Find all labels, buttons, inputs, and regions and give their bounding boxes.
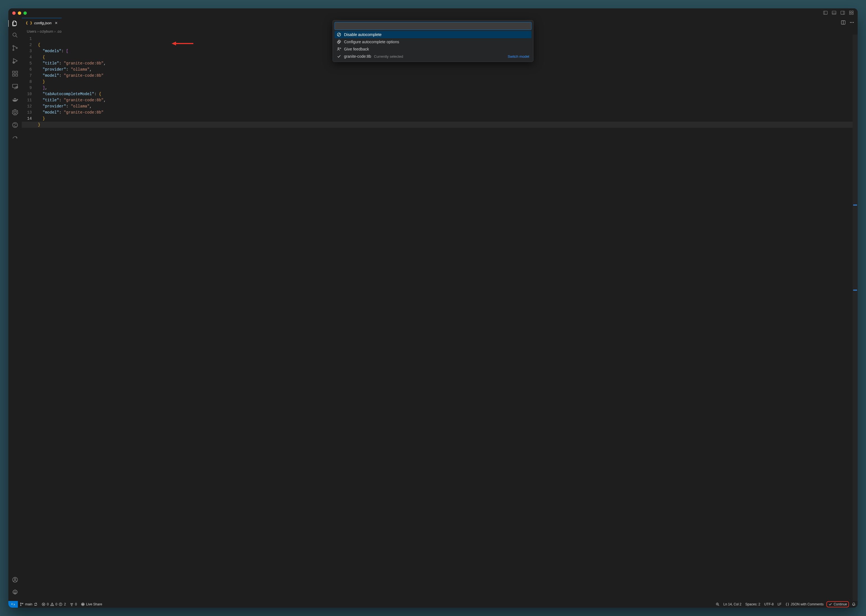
svg-point-41 bbox=[853, 22, 854, 23]
encoding-status[interactable]: UTF-8 bbox=[762, 601, 776, 608]
svg-point-59 bbox=[71, 603, 72, 604]
svg-rect-18 bbox=[16, 74, 17, 76]
switch-model-link[interactable]: Switch model bbox=[508, 54, 529, 58]
svg-point-13 bbox=[13, 49, 14, 50]
svg-point-55 bbox=[52, 605, 52, 605]
json-file-icon: { } bbox=[26, 21, 32, 25]
line-number-gutter: 123 456 789 101112 1314 bbox=[22, 35, 36, 601]
settings-gear-icon[interactable] bbox=[12, 589, 19, 597]
customize-layout-icon[interactable] bbox=[849, 10, 854, 16]
quick-input-field[interactable] bbox=[335, 22, 531, 30]
svg-line-31 bbox=[12, 113, 14, 113]
breadcrumb-seg: .co bbox=[57, 29, 61, 33]
problems-status[interactable]: 0 0 2 bbox=[39, 601, 68, 608]
annotation-arrow bbox=[171, 41, 194, 47]
toggle-primary-sidebar-icon[interactable] bbox=[823, 10, 828, 16]
extensions-icon[interactable] bbox=[12, 70, 19, 78]
gear-icon bbox=[337, 39, 341, 44]
svg-line-30 bbox=[14, 113, 15, 115]
traffic-lights bbox=[12, 11, 27, 15]
code-content[interactable]: { "models": [ { "title": "granite-code:8… bbox=[36, 35, 858, 601]
breadcrumb-seg: cclyburn bbox=[39, 29, 53, 33]
activity-bar bbox=[8, 18, 22, 601]
window-frame: { } config.json ✕ Users › cclyburn › .co… bbox=[8, 8, 858, 608]
live-share-icon bbox=[81, 602, 85, 606]
svg-point-49 bbox=[20, 605, 21, 606]
breadcrumb-seg: Users bbox=[27, 29, 36, 33]
bell-icon bbox=[852, 602, 856, 606]
close-tab-icon[interactable]: ✕ bbox=[55, 21, 58, 25]
svg-point-14 bbox=[16, 47, 17, 49]
split-editor-icon[interactable] bbox=[841, 20, 846, 26]
search-icon[interactable] bbox=[12, 32, 19, 39]
svg-rect-4 bbox=[841, 11, 845, 14]
svg-line-62 bbox=[718, 605, 719, 606]
svg-marker-47 bbox=[171, 42, 176, 46]
svg-rect-0 bbox=[824, 11, 828, 14]
language-mode-status[interactable]: JSON with Comments bbox=[783, 601, 825, 608]
more-actions-icon[interactable] bbox=[850, 20, 854, 26]
braces-icon bbox=[785, 602, 789, 606]
qi-item-disable-autocomplete[interactable]: Disable autocomplete bbox=[335, 31, 531, 38]
svg-point-40 bbox=[852, 22, 852, 23]
svg-point-36 bbox=[14, 592, 16, 593]
svg-point-45 bbox=[338, 48, 339, 49]
svg-point-48 bbox=[20, 603, 21, 604]
svg-line-11 bbox=[16, 36, 17, 38]
toggle-secondary-sidebar-icon[interactable] bbox=[840, 10, 845, 16]
run-debug-icon[interactable] bbox=[12, 58, 19, 65]
svg-point-35 bbox=[14, 578, 16, 580]
accounts-icon[interactable] bbox=[12, 577, 19, 584]
remote-explorer-icon[interactable] bbox=[12, 83, 19, 91]
titlebar-layout-controls bbox=[823, 10, 854, 16]
svg-point-12 bbox=[13, 46, 14, 47]
notifications-status[interactable] bbox=[850, 601, 858, 608]
cursor-position-status[interactable]: Ln 14, Col 2 bbox=[721, 601, 743, 608]
disable-icon bbox=[337, 32, 341, 37]
svg-point-39 bbox=[850, 22, 851, 23]
svg-rect-8 bbox=[850, 13, 851, 14]
svg-rect-19 bbox=[16, 71, 17, 73]
info-icon bbox=[58, 602, 63, 606]
svg-point-33 bbox=[13, 123, 17, 127]
git-branch-status[interactable]: main bbox=[18, 601, 39, 608]
svg-rect-17 bbox=[13, 74, 14, 76]
qi-item-give-feedback[interactable]: Give feedback bbox=[335, 46, 531, 53]
svg-line-27 bbox=[16, 111, 18, 112]
svg-rect-16 bbox=[13, 71, 14, 73]
continue-status[interactable]: Continue bbox=[827, 601, 849, 607]
ports-status[interactable]: 0 bbox=[68, 601, 79, 608]
qi-item-current-model[interactable]: granite-code:8b Currently selected Switc… bbox=[335, 53, 531, 60]
feedback-icon bbox=[337, 47, 341, 51]
zoom-status[interactable] bbox=[714, 601, 721, 608]
minimap[interactable] bbox=[853, 35, 858, 601]
minimize-window-button[interactable] bbox=[18, 11, 21, 15]
radio-tower-icon bbox=[70, 602, 74, 606]
code-editor[interactable]: 123 456 789 101112 1314 { "models": [ { … bbox=[22, 35, 858, 601]
svg-point-25 bbox=[14, 111, 16, 113]
source-control-icon[interactable] bbox=[12, 45, 19, 52]
qi-item-configure-autocomplete[interactable]: Configure autocomplete options bbox=[335, 38, 531, 46]
close-window-button[interactable] bbox=[12, 11, 16, 15]
error-icon bbox=[42, 602, 46, 606]
eol-status[interactable]: LF bbox=[776, 601, 783, 608]
editor-group: { } config.json ✕ Users › cclyburn › .co… bbox=[22, 18, 858, 601]
docker-icon[interactable] bbox=[12, 96, 19, 104]
sync-icon[interactable] bbox=[12, 122, 19, 129]
share-icon[interactable] bbox=[12, 135, 19, 142]
titlebar bbox=[8, 8, 858, 18]
zoom-window-button[interactable] bbox=[24, 11, 27, 15]
svg-point-44 bbox=[338, 41, 339, 42]
remote-indicator[interactable] bbox=[8, 601, 18, 608]
status-bar: main 0 0 2 0 Live Share Ln 14, Col 2 Spa… bbox=[8, 601, 858, 608]
explorer-icon[interactable] bbox=[8, 20, 22, 27]
zoom-icon bbox=[716, 602, 720, 606]
live-share-status[interactable]: Live Share bbox=[79, 601, 104, 608]
tab-config-json[interactable]: { } config.json ✕ bbox=[22, 18, 62, 28]
svg-line-28 bbox=[16, 113, 18, 113]
quick-input-widget: Disable autocomplete Configure autocompl… bbox=[333, 20, 533, 62]
toggle-panel-icon[interactable] bbox=[832, 10, 836, 16]
indentation-status[interactable]: Spaces: 2 bbox=[743, 601, 762, 608]
svg-line-32 bbox=[13, 111, 14, 112]
kubernetes-icon[interactable] bbox=[12, 109, 19, 116]
